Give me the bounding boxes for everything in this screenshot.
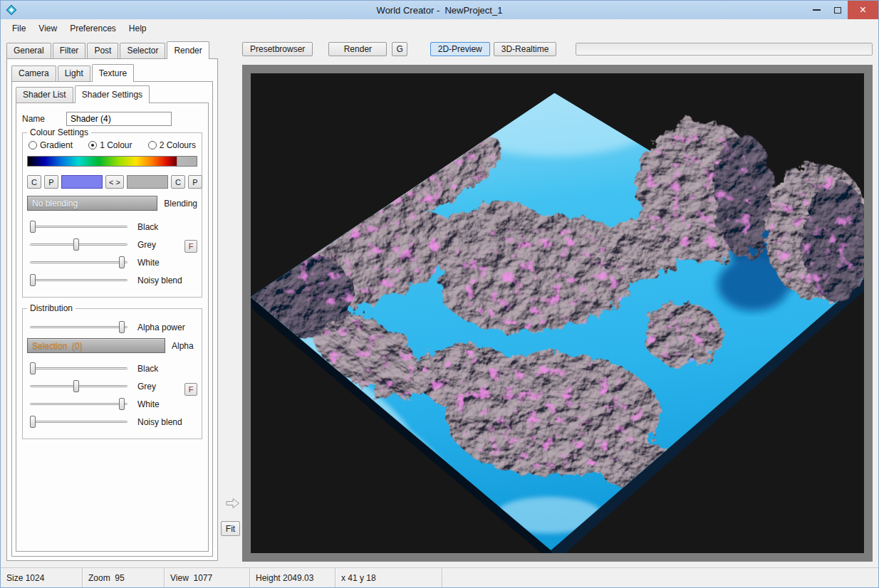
alpha-power-label: Alpha power [137, 322, 185, 332]
dist-black-slider[interactable] [30, 362, 128, 376]
colour2-c-button[interactable]: C [171, 175, 185, 189]
colour-grey-label: Grey [137, 240, 156, 250]
tab-render[interactable]: Render [167, 41, 209, 59]
colour-white-slider[interactable] [30, 256, 128, 270]
blending-dropdown[interactable]: No blending [27, 196, 157, 211]
slider-groove [30, 226, 128, 228]
dist-grey-slider[interactable] [30, 379, 128, 394]
shader-name-row: Name [19, 112, 205, 126]
titlebar[interactable]: World Creator - NewProject_1 × [1, 1, 878, 19]
gradient-preview-bar[interactable] [27, 156, 197, 167]
g-button[interactable]: G [392, 42, 407, 56]
slider-groove [30, 421, 128, 423]
left-panel-column: General Filter Post Selector Render Came… [1, 38, 224, 567]
tab-filter[interactable]: Filter [53, 43, 86, 58]
maximize-button[interactable] [827, 1, 848, 19]
menubar: File View Preferences Help [1, 19, 878, 38]
tab-shader-settings[interactable]: Shader Settings [75, 85, 150, 103]
colour-buttons-row: C P < > C P [27, 175, 197, 189]
viewport-column: Presetbrowser Render G 2D-Preview 3D-Rea… [242, 38, 878, 567]
distribution-f-button[interactable]: F [184, 383, 197, 396]
preview-viewport [242, 65, 873, 562]
slider-handle[interactable] [30, 416, 36, 428]
tab-general[interactable]: General [6, 43, 51, 58]
colour1-c-button[interactable]: C [27, 175, 41, 189]
tab-texture[interactable]: Texture [92, 64, 134, 82]
tab-shader-list[interactable]: Shader List [16, 87, 73, 103]
radio-icon [28, 141, 37, 149]
close-icon: × [860, 4, 866, 16]
slider-groove [30, 279, 128, 281]
status-size: Size 1024 [1, 568, 83, 587]
app-window: World Creator - NewProject_1 × File View… [0, 0, 879, 588]
slider-handle[interactable] [119, 321, 125, 333]
render-toolbar: Presetbrowser Render G 2D-Preview 3D-Rea… [242, 41, 873, 56]
menu-preferences[interactable]: Preferences [63, 20, 123, 37]
realtime-3d-button[interactable]: 3D-Realtime [494, 42, 557, 56]
close-button[interactable]: × [848, 1, 878, 19]
radio-1-colour[interactable]: 1 Colour [88, 140, 132, 150]
tab-camera[interactable]: Camera [11, 65, 56, 81]
app-logo-icon [6, 4, 17, 16]
minimize-button[interactable] [806, 1, 827, 19]
status-view: View 1077 [165, 568, 250, 587]
colour1-p-button[interactable]: P [44, 175, 58, 189]
slider-handle[interactable] [30, 274, 36, 286]
slider-row: Grey [27, 379, 197, 394]
dist-white-label: White [137, 399, 160, 409]
colour1-swatch[interactable] [61, 175, 103, 189]
render-tab-page: Camera Light Texture Shader List Shader … [6, 58, 218, 561]
slider-row: White [27, 397, 197, 411]
dist-white-slider[interactable] [30, 397, 128, 411]
swap-colours-button[interactable]: < > [105, 175, 124, 189]
radio-2-colours[interactable]: 2 Colours [148, 140, 196, 150]
tab-post[interactable]: Post [87, 43, 118, 58]
slider-groove [30, 326, 128, 328]
tab-selector[interactable]: Selector [120, 43, 165, 58]
slider-groove [30, 367, 128, 369]
render-button[interactable]: Render [328, 42, 387, 56]
colour-f-button[interactable]: F [184, 240, 197, 253]
tab-light[interactable]: Light [58, 65, 90, 81]
colour2-p-button[interactable]: P [188, 175, 202, 189]
colour-mode-radios: Gradient 1 Colour 2 Colours [27, 140, 197, 150]
dist-noisy-blend-slider[interactable] [30, 415, 128, 429]
radio-icon [88, 141, 97, 149]
alpha-row: Selection (0) Alpha [27, 338, 197, 353]
radio-gradient[interactable]: Gradient [28, 140, 73, 150]
radio-icon [148, 141, 157, 149]
slider-handle[interactable] [119, 256, 125, 268]
slider-handle[interactable] [73, 380, 79, 392]
status-height: Height 2049.03 [250, 568, 336, 587]
slider-handle[interactable] [119, 398, 125, 410]
menu-view[interactable]: View [32, 20, 63, 37]
status-empty [442, 568, 878, 587]
dist-black-label: Black [137, 364, 158, 374]
shader-tabbar: Shader List Shader Settings [16, 85, 209, 103]
collapse-panel-icon[interactable] [226, 498, 240, 511]
slider-row: White [27, 256, 197, 270]
radio-gradient-label: Gradient [40, 140, 73, 150]
fit-button[interactable]: Fit [221, 521, 240, 536]
main-tabbar: General Filter Post Selector Render [6, 41, 224, 58]
slider-handle[interactable] [73, 238, 79, 251]
blending-label: Blending [164, 199, 197, 209]
colour2-swatch[interactable] [127, 175, 168, 189]
preview-2d-button[interactable]: 2D-Preview [430, 42, 490, 56]
shader-name-input[interactable] [66, 112, 172, 126]
presetbrowser-button[interactable]: Presetbrowser [242, 42, 313, 56]
statusbar: Size 1024 Zoom 95 View 1077 Height 2049.… [1, 567, 878, 587]
terrain-canvas[interactable] [251, 73, 864, 553]
alpha-power-slider[interactable] [30, 320, 128, 335]
menu-file[interactable]: File [6, 20, 32, 37]
colour-black-slider[interactable] [30, 220, 128, 234]
slider-handle[interactable] [30, 221, 36, 233]
slider-handle[interactable] [30, 362, 36, 374]
menu-help[interactable]: Help [123, 20, 153, 37]
dist-grey-label: Grey [137, 382, 156, 392]
colour-noisy-blend-slider[interactable] [30, 273, 128, 288]
alpha-selection-dropdown[interactable]: Selection (0) [27, 338, 165, 353]
colour-settings-group: Colour Settings Gradient 1 Colour [22, 132, 202, 298]
colour-grey-slider[interactable] [30, 238, 128, 252]
slider-row: Alpha power [27, 320, 197, 335]
